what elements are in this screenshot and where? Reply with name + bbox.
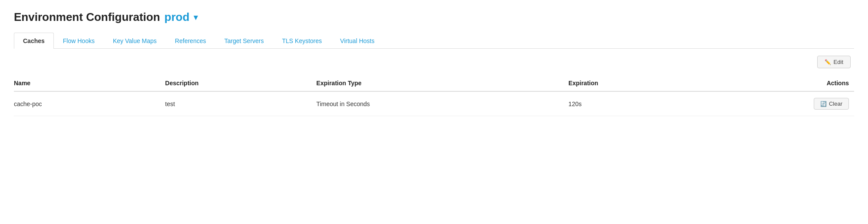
table-row: cache-poc test Timeout in Seconds 120s C… bbox=[14, 91, 854, 116]
cell-expiration: 120s bbox=[568, 91, 719, 116]
table-header: Name Description Expiration Type Expirat… bbox=[14, 75, 854, 91]
page-title: Environment Configuration prod ▾ bbox=[14, 10, 854, 24]
col-header-name: Name bbox=[14, 75, 165, 91]
col-header-actions: Actions bbox=[719, 75, 854, 91]
clear-button[interactable]: Clear bbox=[814, 98, 849, 110]
cell-actions: Clear bbox=[719, 91, 854, 116]
tab-key-value-maps[interactable]: Key Value Maps bbox=[104, 33, 166, 49]
edit-button[interactable]: Edit bbox=[817, 56, 851, 68]
env-name: prod bbox=[165, 10, 190, 24]
tab-flow-hooks[interactable]: Flow Hooks bbox=[54, 33, 104, 49]
tab-virtual-hosts[interactable]: Virtual Hosts bbox=[331, 33, 383, 49]
tab-caches[interactable]: Caches bbox=[14, 33, 54, 49]
toolbar: Edit bbox=[14, 56, 854, 68]
col-header-expiration-type: Expiration Type bbox=[317, 75, 569, 91]
col-header-description: Description bbox=[165, 75, 316, 91]
content-area: Edit Name Description Expiration Type Ex… bbox=[14, 49, 854, 123]
caches-table: Name Description Expiration Type Expirat… bbox=[14, 75, 854, 116]
page-wrapper: Environment Configuration prod ▾ Caches … bbox=[0, 0, 868, 123]
title-text: Environment Configuration bbox=[14, 10, 160, 24]
refresh-icon bbox=[820, 100, 827, 107]
tab-tls-keystores[interactable]: TLS Keystores bbox=[273, 33, 331, 49]
clear-button-label: Clear bbox=[829, 100, 842, 107]
tab-references[interactable]: References bbox=[166, 33, 215, 49]
cell-name: cache-poc bbox=[14, 91, 165, 116]
cell-description: test bbox=[165, 91, 316, 116]
edit-button-label: Edit bbox=[834, 59, 843, 65]
env-dropdown-arrow[interactable]: ▾ bbox=[194, 13, 198, 22]
cell-expiration-type: Timeout in Seconds bbox=[317, 91, 569, 116]
table-body: cache-poc test Timeout in Seconds 120s C… bbox=[14, 91, 854, 116]
tab-target-servers[interactable]: Target Servers bbox=[215, 33, 273, 49]
col-header-expiration: Expiration bbox=[568, 75, 719, 91]
pencil-icon bbox=[825, 59, 831, 65]
tab-bar: Caches Flow Hooks Key Value Maps Referen… bbox=[14, 33, 854, 49]
